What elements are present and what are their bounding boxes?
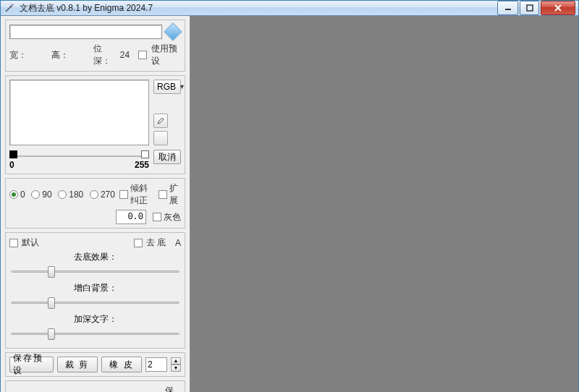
use-preset-label: 使用预设 (151, 43, 181, 67)
depth-label: 位深： (93, 43, 116, 67)
effect-group: 默认 去 底 A 去底效果： 增白背景： 加深文字： (5, 232, 185, 349)
default-checkbox[interactable] (9, 239, 18, 247)
hist-min: 0 (9, 160, 14, 170)
crop-button[interactable]: 裁 剪 (57, 357, 98, 372)
file-group: 宽： 高： 位深： 24 使用预设 (5, 20, 185, 72)
depth-value: 24 (120, 50, 130, 60)
extend-checkbox[interactable] (159, 190, 167, 199)
preview-group: RGB▼ 0255 取消 (5, 75, 185, 174)
height-label: 高： (51, 49, 69, 61)
skew-value-input[interactable]: 0.0 (116, 210, 146, 224)
hist-max: 255 (135, 160, 149, 170)
minimize-button[interactable] (497, 1, 518, 15)
colorspace-value: RGB (157, 82, 176, 92)
rotate-180-radio[interactable] (58, 190, 67, 199)
chevron-down-icon: ▼ (179, 83, 185, 90)
remove-bg-checkbox[interactable] (134, 239, 143, 247)
colorspace-dropdown[interactable]: RGB▼ (153, 80, 181, 94)
white-point-thumb[interactable] (141, 150, 149, 158)
window-title: 文档去底 v0.8.1 by Enigma 2024.7 (20, 2, 496, 14)
width-label: 宽： (9, 49, 27, 61)
file-path-input[interactable] (9, 25, 162, 39)
rotate-group: 0 90 180 270 倾斜纠正 扩展 0.0 灰色 (5, 178, 185, 229)
svg-rect-1 (505, 9, 511, 10)
svg-rect-2 (527, 5, 533, 11)
rotate-270-radio[interactable] (90, 190, 98, 199)
main-canvas (190, 16, 578, 392)
blank-button[interactable] (153, 131, 168, 145)
slider3-label: 加深文字： (9, 313, 181, 325)
preset-count-input[interactable]: 2 (145, 357, 167, 372)
open-file-button[interactable] (165, 24, 181, 40)
skew-checkbox[interactable] (119, 190, 128, 199)
preview-canvas (9, 80, 149, 145)
save-preset-button[interactable]: 保存预设 (9, 357, 54, 372)
titlebar: 文档去底 v0.8.1 by Enigma 2024.7 (1, 1, 578, 16)
maximize-button[interactable] (520, 1, 539, 15)
preset-buttons-group: 保存预设 裁 剪 橡 皮 2 ▲▼ (5, 352, 185, 377)
svg-point-0 (11, 4, 14, 7)
slider1-label: 去底效果： (9, 251, 181, 263)
gray-checkbox[interactable] (153, 213, 161, 221)
slider2-label: 增白背景： (9, 282, 181, 294)
use-preset-checkbox[interactable] (138, 51, 147, 59)
edit-button[interactable] (153, 114, 168, 128)
sidebar: 宽： 高： 位深： 24 使用预设 RGB▼ (1, 16, 190, 392)
diamond-icon (164, 22, 182, 41)
black-point-thumb[interactable] (9, 150, 17, 158)
remove-bg-slider[interactable] (11, 265, 179, 278)
cancel-button[interactable]: 取消 (153, 150, 181, 164)
eraser-button[interactable]: 橡 皮 (101, 357, 142, 372)
darken-text-slider[interactable] (11, 327, 179, 340)
app-window: 文档去底 v0.8.1 by Enigma 2024.7 宽： 高： 位深： 2 (0, 0, 579, 392)
rotate-90-radio[interactable] (31, 190, 40, 199)
app-icon (4, 2, 15, 14)
paper-group: A4(A3,B4,B3) 8K(16K,32K) 保持宽高比 自定义 4750 … (5, 380, 185, 392)
close-button[interactable] (541, 1, 575, 15)
histogram-slider[interactable] (9, 150, 149, 160)
rotate-0-radio[interactable] (9, 190, 18, 199)
whiten-bg-slider[interactable] (11, 296, 179, 309)
preset-count-spinner[interactable]: ▲▼ (171, 357, 181, 372)
